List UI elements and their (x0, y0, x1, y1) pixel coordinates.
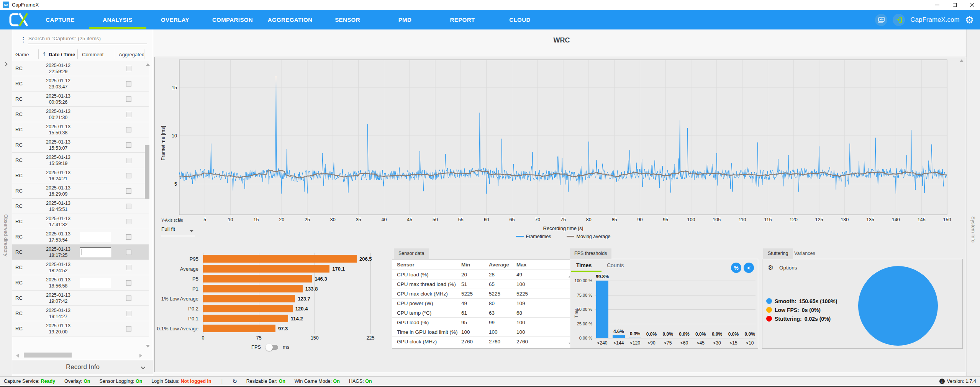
nav-tab-sensor[interactable]: SENSOR (319, 10, 376, 29)
aggregated-checkbox[interactable] (126, 173, 131, 178)
capture-row[interactable]: RC2025-01-1300:05:26 (12, 91, 149, 107)
aggregated-checkbox[interactable] (126, 66, 131, 71)
column-comment[interactable]: Comment (82, 52, 103, 57)
sensor-row[interactable]: CPU max clock (MHz)522552255225 (392, 289, 575, 299)
capture-row[interactable]: RC2025-01-1316:29:09 (12, 183, 149, 199)
aggregated-checkbox[interactable] (126, 311, 131, 316)
average-col-header[interactable]: Average (489, 260, 516, 270)
tab-stuttering[interactable]: Stuttering (763, 248, 793, 259)
chart-scroll-up-arrow[interactable] (960, 59, 964, 62)
capture-row[interactable]: RC2025-01-1300:21:30 (12, 107, 149, 122)
comment-input[interactable] (80, 278, 111, 288)
min-col-header[interactable]: Min (461, 260, 489, 270)
capframex-site-link[interactable]: CapFrameX.com (910, 16, 959, 24)
aggregated-checkbox[interactable] (126, 296, 131, 301)
aggregated-checkbox[interactable] (126, 96, 131, 102)
aggregated-checkbox[interactable] (126, 280, 131, 286)
capture-row[interactable]: RC2025-01-1318:56:58 (12, 275, 149, 291)
horizontal-scroll-thumb[interactable] (24, 353, 72, 358)
aggregated-checkbox[interactable] (126, 204, 131, 209)
aggregated-checkbox[interactable] (126, 250, 131, 255)
system-info-label[interactable]: System Info (970, 216, 976, 243)
minimize-button[interactable] (929, 0, 945, 10)
screenshot-button[interactable] (875, 14, 887, 26)
aggregated-checkbox[interactable] (126, 142, 131, 148)
nav-tab-aggregation[interactable]: AGGREGATION (261, 10, 319, 29)
scroll-left-arrow[interactable] (16, 354, 19, 358)
sort-ascending-icon[interactable]: ↑ (42, 51, 46, 57)
info-icon[interactable]: i (939, 379, 945, 384)
scroll-right-arrow[interactable] (139, 354, 142, 358)
aggregated-checkbox[interactable] (126, 188, 131, 194)
yaxis-scale-dropdown[interactable]: Full fit (161, 226, 195, 236)
nav-tab-report[interactable]: REPORT (434, 10, 491, 29)
aggregated-checkbox[interactable] (126, 158, 131, 163)
capture-row[interactable]: RC2025-01-1317:53:54 (12, 229, 149, 245)
sensor-row[interactable]: CPU max thread load (%)5165100 (392, 279, 575, 289)
aggregated-checkbox[interactable] (126, 81, 131, 87)
capture-row[interactable]: RC2025-01-1318:17:25 (12, 245, 149, 260)
aggregated-checkbox[interactable] (126, 234, 131, 240)
tab-fps-thresholds[interactable]: FPS thresholds (570, 248, 611, 259)
comment-input[interactable] (80, 247, 111, 257)
column-game[interactable]: Game (15, 52, 29, 57)
capture-row[interactable]: RC2025-01-1315:53:07 (12, 137, 149, 153)
aggregated-checkbox[interactable] (126, 127, 131, 132)
percentile-value: 123.7 (298, 296, 310, 302)
nav-tab-capture[interactable]: CAPTURE (31, 10, 89, 29)
observed-directory-label[interactable]: Observed directory (3, 214, 9, 256)
capture-row[interactable]: RC2025-01-1222:59:29 (12, 61, 149, 76)
column-date-time[interactable]: Date / Time (49, 52, 75, 57)
capture-row[interactable]: RC2025-01-1319:07:42 (12, 291, 149, 306)
capture-row[interactable]: RC2025-01-1315:59:19 (12, 153, 149, 168)
capture-row[interactable]: RC2025-01-1318:24:52 (12, 260, 149, 275)
fps-ms-toggle[interactable] (267, 345, 278, 350)
login-button[interactable] (893, 14, 905, 26)
capture-row[interactable]: RC2025-01-1316:24:21 (12, 168, 149, 183)
column-aggregated[interactable]: Aggregated (119, 52, 144, 57)
capture-game-cell: RC (15, 234, 23, 240)
aggregated-checkbox[interactable] (126, 112, 131, 117)
capture-row[interactable]: RC2025-01-1316:45:51 (12, 199, 149, 214)
nav-tab-overlay[interactable]: OVERLAY (146, 10, 204, 29)
nav-tab-pmd[interactable]: PMD (376, 10, 434, 29)
max-col-header[interactable]: Max (516, 260, 575, 270)
sensor-row[interactable]: GPU clock (MHz)276027602760 (392, 337, 575, 346)
captures-scroll-down-arrow[interactable] (146, 345, 150, 348)
capture-row[interactable]: RC2025-01-1319:14:27 (12, 306, 149, 321)
tab-sensor-data[interactable]: Sensor data (394, 248, 429, 259)
record-info-expander[interactable]: Record Info (12, 360, 153, 374)
nav-tab-analysis[interactable]: ANALYSIS (89, 10, 146, 29)
captures-menu-icon[interactable]: ⋮ (20, 36, 26, 43)
settings-gear-icon[interactable]: ⚙ (965, 15, 974, 25)
aggregated-checkbox[interactable] (126, 265, 131, 270)
sensor-row[interactable]: GPU load (%)9599100 (392, 318, 575, 327)
capture-row[interactable]: RC2025-01-1319:20:00 (12, 321, 149, 336)
options-gear-icon[interactable]: ⚙ (768, 264, 774, 271)
captures-scroll-up-arrow[interactable] (146, 63, 150, 66)
tab-variances[interactable]: Variances (790, 248, 820, 259)
sensor-row[interactable]: Time in GPU load limit (%)100100100 (392, 327, 575, 337)
comment-input[interactable] (80, 232, 111, 242)
less-than-mode-button[interactable]: < (744, 263, 754, 273)
close-button[interactable] (964, 0, 980, 10)
captures-vertical-scrollbar[interactable] (145, 145, 149, 199)
nav-tab-comparison[interactable]: COMPARISON (204, 10, 261, 29)
nav-tab-cloud[interactable]: CLOUD (491, 10, 549, 29)
captures-search-input[interactable] (28, 33, 147, 44)
sidebar-expander-chevron[interactable] (3, 62, 8, 67)
tab-counts[interactable]: Counts (607, 262, 624, 268)
aggregated-checkbox[interactable] (126, 219, 131, 224)
percent-mode-button[interactable]: % (731, 263, 741, 273)
capture-row[interactable]: RC2025-01-1315:50:38 (12, 122, 149, 137)
aggregated-checkbox[interactable] (126, 326, 131, 331)
frametime-chart[interactable]: 5101505101520253035404550556065707580859… (170, 59, 956, 224)
tab-times[interactable]: Times (576, 262, 592, 268)
capture-row[interactable]: RC2025-01-1223:03:47 (12, 76, 149, 91)
sensor-row[interactable]: CPU load (%)202849 (392, 270, 575, 279)
sensor-row[interactable]: CPU power (W)4980109 (392, 299, 575, 308)
capture-row[interactable]: RC2025-01-1317:41:32 (12, 214, 149, 229)
maximize-button[interactable] (947, 0, 962, 10)
sensor-col-header[interactable]: Sensor (392, 260, 461, 270)
sensor-row[interactable]: CPU temp (°C)616368 (392, 308, 575, 318)
